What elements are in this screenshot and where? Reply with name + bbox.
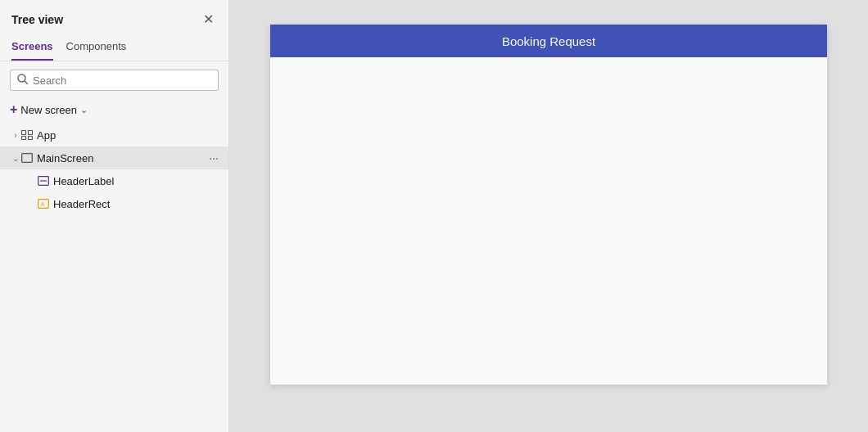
sidebar-header: Tree view ✕	[0, 0, 228, 35]
svg-line-1	[25, 81, 28, 84]
search-box	[10, 70, 219, 91]
canvas-header: Booking Request	[270, 25, 827, 57]
close-button[interactable]: ✕	[200, 10, 217, 29]
tree-item-app-label: App	[37, 129, 219, 142]
main-area: Booking Request	[229, 0, 868, 432]
tree-item-headerlabel[interactable]: HeaderLabel	[0, 169, 228, 192]
sidebar: Tree view ✕ Screens Components + New scr…	[0, 0, 229, 432]
expand-icon-mainscreen: ⌄	[10, 154, 21, 163]
tab-screens[interactable]: Screens	[11, 35, 53, 61]
svg-rect-3	[29, 131, 33, 135]
svg-rect-6	[22, 154, 33, 163]
canvas-body	[270, 57, 827, 385]
label-icon	[38, 176, 49, 186]
tree-item-headerrect[interactable]: A HeaderRect	[0, 192, 228, 215]
tree-item-app[interactable]: › App	[0, 124, 228, 146]
svg-text:A: A	[41, 201, 45, 207]
expand-icon-app: ›	[10, 131, 21, 140]
new-screen-row[interactable]: + New screen ⌄	[0, 99, 228, 124]
svg-rect-5	[29, 137, 33, 140]
tree-item-headerlabel-label: HeaderLabel	[53, 175, 219, 187]
new-screen-label: New screen	[20, 104, 77, 116]
rect-icon: A	[38, 199, 49, 209]
tree-item-headerrect-label: HeaderRect	[53, 198, 219, 210]
search-container	[0, 61, 228, 99]
search-input[interactable]	[33, 74, 211, 87]
search-icon	[17, 74, 28, 87]
app-icon	[21, 130, 33, 140]
tree-items: › App ⌄ MainScreen ···	[0, 124, 228, 432]
screen-icon	[21, 153, 33, 163]
tree-item-mainscreen-label: MainScreen	[37, 152, 209, 164]
tree-item-mainscreen[interactable]: ⌄ MainScreen ···	[0, 146, 228, 169]
plus-icon: +	[10, 102, 17, 117]
canvas-header-text: Booking Request	[502, 34, 595, 48]
more-options-button[interactable]: ···	[209, 151, 219, 164]
tab-components[interactable]: Components	[66, 35, 127, 61]
svg-rect-4	[22, 137, 26, 140]
tabs-row: Screens Components	[0, 35, 228, 61]
canvas-frame: Booking Request	[270, 25, 827, 385]
svg-rect-2	[22, 131, 26, 135]
sidebar-title: Tree view	[11, 13, 63, 26]
chevron-down-icon: ⌄	[80, 105, 88, 115]
